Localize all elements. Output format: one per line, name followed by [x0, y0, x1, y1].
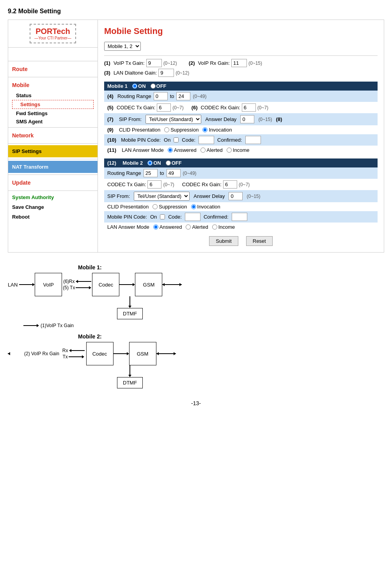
sidebar-item-reboot[interactable]: Reboot	[8, 212, 98, 222]
dtmf-down-arrow-2	[127, 365, 133, 377]
answered-radio[interactable]	[168, 148, 173, 153]
rx-row: (6)Rx	[63, 278, 91, 285]
field-1-label: VoIP Tx Gain:	[114, 60, 145, 66]
m2-clid-invocation-radio[interactable]	[191, 204, 196, 209]
m2-codec-tx-hint: (0~7)	[163, 182, 174, 187]
row-9: (9) CLID Presentation Suppression Invoca…	[104, 125, 378, 134]
voip-rx-gain-input[interactable]	[231, 59, 247, 67]
sidebar-divider	[8, 61, 98, 61]
answer-delay-label: Answer Delay	[205, 116, 236, 122]
clid-suppression-radio[interactable]	[164, 127, 169, 132]
lan-arrow-right	[19, 281, 35, 288]
mobile2-title: Mobile 2	[122, 160, 143, 166]
mobile-select[interactable]: Mobile 1, 2 Mobile 1 Mobile 2	[104, 42, 141, 51]
m2-clid-row: CLID Presentation Suppression Invocation	[104, 202, 378, 211]
answer-delay-input[interactable]	[240, 115, 254, 123]
m2-clid-invocation-wrap: Invocation	[191, 204, 220, 210]
mobile1-radio-on[interactable]	[132, 84, 137, 89]
m2-gsm-label: GSM	[137, 351, 149, 357]
m2-routing-from-input[interactable]	[144, 169, 158, 177]
sidebar-item-status[interactable]: Status	[8, 91, 98, 100]
m2-income-radio[interactable]	[212, 224, 217, 230]
sidebar-item-sms[interactable]: SMS Agent	[8, 117, 98, 126]
sidebar-item-mobile[interactable]: Mobile	[8, 79, 98, 91]
pin-code-input[interactable]	[199, 136, 214, 144]
mobile2-radio-on[interactable]	[147, 160, 153, 166]
codec-rx-group: (6) CODEC Rx Gain: (0~7)	[192, 103, 268, 112]
svg-marker-19	[69, 349, 71, 352]
sidebar-item-nat[interactable]: NAT Transform	[8, 161, 98, 173]
main-layout: PORTech —Your CTI Partner— Route Mobile …	[8, 20, 384, 253]
m2-clid-label: CLID Presentation	[107, 204, 149, 210]
pin-checkbox[interactable]	[174, 137, 179, 142]
mobile2-radio-on-wrap: ON	[147, 160, 161, 166]
sidebar-item-network[interactable]: Network	[8, 129, 98, 142]
gain1-row: (1)VoIP Tx Gain	[23, 322, 384, 329]
m2-answered-radio[interactable]	[153, 224, 158, 230]
submit-button[interactable]: Submit	[209, 236, 238, 246]
svg-marker-27	[156, 352, 159, 355]
routing-from-input[interactable]	[154, 92, 168, 100]
arrow-group-1: (6)Rx (5) Tx	[63, 278, 91, 291]
sidebar-div2	[8, 77, 98, 77]
m2-income-wrap: Income	[212, 224, 235, 230]
m2-codec-tx-input[interactable]	[147, 180, 161, 189]
m2-pin-code-input[interactable]	[185, 213, 200, 221]
reset-button[interactable]: Reset	[246, 236, 273, 246]
field-1-hint: (0~12)	[163, 61, 177, 66]
m2-pin-checkbox[interactable]	[160, 214, 165, 219]
m2-routing-to-text: to	[160, 170, 164, 176]
sidebar-item-sip[interactable]: SIP Settings	[8, 145, 98, 157]
sidebar-item-sysauth[interactable]: System Authority	[8, 192, 98, 202]
m2-routing-to-input[interactable]	[167, 169, 181, 177]
num-6: (6)	[192, 105, 198, 110]
m2-income-label: Income	[218, 224, 235, 230]
m2-codec-rx-input[interactable]	[223, 180, 237, 189]
mobile1-radio-off[interactable]	[151, 84, 156, 89]
m2-sip-select[interactable]: Tel/User (Standard) User Tel	[134, 192, 190, 201]
alerted-radio[interactable]	[200, 148, 206, 153]
codec-rx-input[interactable]	[242, 103, 256, 112]
sidebar-item-update[interactable]: Update	[8, 176, 98, 189]
income-radio[interactable]	[227, 148, 232, 153]
m2-clid-suppression-radio[interactable]	[153, 204, 158, 209]
sidebar-item-route[interactable]: Route	[8, 63, 98, 75]
sidebar-item-savechange[interactable]: Save Change	[8, 202, 98, 212]
mobile2-radio-off[interactable]	[166, 160, 171, 166]
gain2-row: (2) VoIP Rx Gain	[8, 351, 59, 357]
mobile1-radio-on-wrap: ON	[132, 83, 146, 89]
logo-sub: —Your CTI Partner—	[34, 36, 71, 40]
gsm-right-arrows	[162, 281, 182, 288]
diagram-section: Mobile 1: LAN VoIP (6)Rx	[8, 260, 384, 392]
m2-pin-confirmed-input[interactable]	[232, 213, 247, 221]
m2-codec-rx-group: CODEC Rx Gain: (0~7)	[182, 180, 250, 189]
field-2-group: (2) VoIP Rx Gain: (0~15)	[189, 59, 262, 67]
sidebar-item-settings[interactable]: Settings	[12, 100, 94, 109]
clid-suppression-wrap: Suppression	[164, 127, 199, 133]
mobile1-title: Mobile 1	[107, 83, 128, 89]
dtmf-box-1: DTMF	[117, 308, 143, 319]
pin-confirmed-input[interactable]	[245, 136, 261, 144]
sip-from-select[interactable]: Tel/User (Standard) User Tel	[145, 115, 201, 124]
clid-invocation-radio[interactable]	[202, 127, 208, 132]
m2-answer-delay-input[interactable]	[229, 192, 243, 200]
sidebar: PORTech —Your CTI Partner— Route Mobile …	[8, 20, 98, 252]
lan-dialtone-gain-input[interactable]	[158, 69, 174, 77]
mobile-select-row: Mobile 1, 2 Mobile 1 Mobile 2	[104, 42, 378, 51]
codec-tx-input[interactable]	[157, 103, 171, 112]
row-7-8: (7) SIP From: Tel/User (Standard) User T…	[104, 113, 378, 125]
voip-tx-gain-input[interactable]	[146, 59, 162, 67]
m2-alerted-radio[interactable]	[186, 224, 191, 230]
m1-diagram-top-row: LAN VoIP (6)Rx (5) Tx	[8, 273, 384, 296]
routing-to-input[interactable]	[176, 92, 190, 100]
gsm-box: GSM	[135, 273, 162, 296]
m2-pin-confirmed-label: Confirmed:	[204, 214, 229, 220]
field-3-hint: (0~12)	[176, 70, 189, 76]
sidebar-div6	[8, 174, 98, 175]
sidebar-item-fwd[interactable]: Fwd Settings	[8, 109, 98, 117]
row-11: (11) LAN Answer Mode Answered Alerted In…	[104, 146, 378, 155]
num-10: (10)	[107, 137, 116, 143]
m1-diagram-title: Mobile 1:	[78, 264, 384, 271]
row-3: (3) LAN Dialtone Gain: (0~12)	[104, 69, 378, 77]
num-2: (2)	[189, 60, 195, 66]
